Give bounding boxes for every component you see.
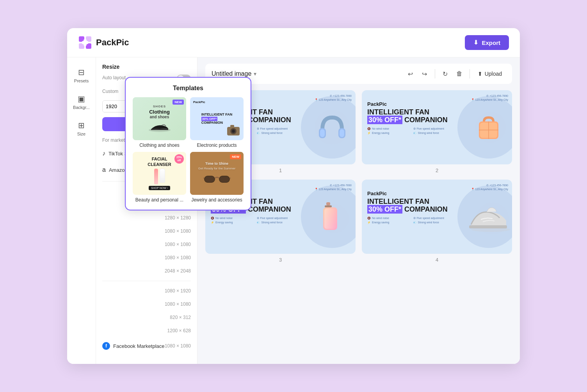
- card-features-4: 🔇No wind noise ⚙Five speed adjustment ⚡E…: [367, 217, 458, 224]
- toolbar-divider-1: [435, 69, 435, 78]
- app-name: PackPic: [96, 37, 129, 48]
- card-product-bag: [465, 104, 512, 151]
- undo-button[interactable]: ↩: [404, 68, 417, 80]
- export-button[interactable]: ⬇ Export: [465, 35, 509, 50]
- svg-rect-35: [469, 225, 507, 228]
- facebook-size: 1080 × 1080: [165, 343, 191, 349]
- card-phone-3: ✆ +123-456-7890📍 123 Anywhere St., Any C…: [315, 184, 352, 191]
- sidebar-item-background[interactable]: ▣ Backgr...: [69, 90, 94, 114]
- toolbar-actions: ↩ ↪ ↻ 🗑 ⬆ Upload: [404, 68, 506, 80]
- size-row-4: 1080 × 1080: [165, 242, 191, 247]
- presets-icon: ⊟: [78, 68, 85, 77]
- page-num-1: 1: [279, 167, 282, 173]
- app-container: PackPic ⬇ Export ⊟ Presets ▣ Backgr... ⊞…: [67, 28, 520, 364]
- chevron-down-icon[interactable]: ▾: [254, 71, 256, 77]
- sidebar-item-presets[interactable]: ⊟ Presets: [69, 64, 94, 87]
- page-num-2: 2: [436, 167, 438, 173]
- svg-point-10: [232, 130, 235, 132]
- size-bottom-3: 1200 × 628: [167, 328, 191, 333]
- facebook-icon: f: [102, 342, 110, 350]
- svg-rect-1: [86, 36, 91, 42]
- svg-rect-16: [205, 176, 214, 182]
- size-row-5: 1080 × 1080: [165, 255, 191, 260]
- svg-rect-5: [82, 41, 88, 44]
- template-label-beauty: Beauty and personal ...: [133, 197, 186, 203]
- toolbar-divider-2: [470, 69, 470, 78]
- svg-rect-22: [340, 129, 344, 137]
- template-beauty[interactable]: 25% off FACIAL CLEANSER: [133, 152, 186, 203]
- canvas-toolbar: Untitled image ▾ ↩ ↪ ↻ 🗑 ⬆ Upload: [205, 64, 512, 84]
- template-label-elec: Electronic products: [190, 143, 244, 148]
- svg-rect-29: [326, 202, 330, 205]
- canvas-card-2[interactable]: ✆ +123-456-7890📍 123 Anywhere St., Any C…: [362, 90, 512, 164]
- templates-panel: Templates NEW SHOES Clothing and shoes: [125, 77, 251, 210]
- canvas-card-4[interactable]: ✆ +123-456-7890📍 123 Anywhere St., Any C…: [362, 180, 512, 254]
- redo-button[interactable]: ↪: [418, 68, 431, 80]
- canvas-cell-2: ✆ +123-456-7890📍 123 Anywhere St., Any C…: [362, 90, 512, 173]
- template-thumb-elec: PackPic INTELLIGENT FAN 30% OFF* COMPANI…: [190, 97, 244, 140]
- size-bottom-2: 820 × 312: [170, 315, 191, 320]
- card-phone-1: ✆ +123-456-7890📍 123 Anywhere St., Any C…: [315, 94, 352, 102]
- refresh-button[interactable]: ↻: [439, 68, 452, 80]
- template-thumb-shoes: NEW SHOES Clothing and shoes: [133, 97, 186, 140]
- amazon-icon: a: [102, 166, 106, 173]
- size-bottom-0: 1080 × 1920: [165, 288, 191, 294]
- canvas-title: Untitled image: [212, 70, 251, 77]
- card-phone-4: ✆ +123-456-7890📍 123 Anywhere St., Any C…: [471, 184, 508, 191]
- delete-button[interactable]: 🗑: [453, 68, 466, 80]
- main-body: ⊟ Presets ▣ Backgr... ⊞ Size Resize Auto…: [67, 57, 520, 364]
- resize-title: Resize: [102, 64, 191, 70]
- canvas-title-row: Untitled image ▾: [212, 70, 256, 77]
- size-row-3: 1080 × 1080: [165, 228, 191, 234]
- platform-facebook[interactable]: f Facebook Marketplace 1080 × 1080: [102, 340, 191, 352]
- card-headline-4: INTELLIGENT FAN 30% OFF* COMPANION: [367, 198, 451, 214]
- sidebar-item-size[interactable]: ⊞ Size: [69, 117, 94, 140]
- template-electronics[interactable]: PackPic INTELLIGENT FAN 30% OFF* COMPANI…: [190, 97, 244, 148]
- upload-button[interactable]: ⬆ Upload: [474, 68, 506, 79]
- card-product-headphones: [309, 104, 356, 151]
- svg-point-18: [315, 110, 350, 145]
- divider-2: [102, 281, 191, 281]
- card-phone-2: ✆ +123-456-7890📍 123 Anywhere St., Any C…: [471, 94, 508, 102]
- card-features-2: 🔇No wind noise ⚙Five speed adjustment ⚡E…: [367, 127, 458, 135]
- size-row-2: 1280 × 1280: [165, 215, 191, 221]
- svg-rect-11: [230, 125, 234, 127]
- template-jewelry[interactable]: NEW Time to Shine Get Ready for the Summ…: [190, 152, 244, 203]
- canvas-cell-4: ✆ +123-456-7890📍 123 Anywhere St., Any C…: [362, 180, 512, 263]
- jewelry-new-badge: NEW: [230, 154, 241, 159]
- card-product-sneaker: [465, 193, 512, 240]
- logo: PackPic: [78, 36, 129, 50]
- template-thumb-beauty: 25% off FACIAL CLEANSER: [133, 152, 186, 195]
- template-new-badge: NEW: [173, 100, 184, 105]
- svg-rect-32: [324, 208, 336, 229]
- facebook-name: Facebook Marketplace: [113, 343, 165, 349]
- template-label-shoes: Clothing and shoes: [133, 143, 186, 148]
- svg-rect-21: [320, 129, 325, 137]
- upload-icon: ⬆: [478, 71, 482, 77]
- template-clothing-shoes[interactable]: NEW SHOES Clothing and shoes: [133, 97, 186, 148]
- svg-rect-0: [79, 36, 84, 42]
- card-features-3: 🔇No wind noise ⚙Five speed adjustment ⚡E…: [211, 217, 301, 224]
- resize-panel: Resize Auto layout Custom W H Done For m…: [96, 57, 197, 364]
- templates-title: Templates: [133, 85, 244, 92]
- size-icon: ⊞: [78, 121, 85, 130]
- template-thumb-jewelry: NEW Time to Shine Get Ready for the Summ…: [190, 152, 244, 195]
- card-product-perfume: [309, 193, 356, 240]
- size-bottom-1: 1080 × 1080: [165, 301, 191, 307]
- page-num-3: 3: [279, 257, 282, 263]
- template-label-jewelry: Jewelry and accessories: [190, 197, 244, 203]
- svg-rect-3: [86, 43, 91, 49]
- tiktok-icon: ♪: [102, 150, 105, 157]
- card-headline-2: INTELLIGENT FAN 30% OFF* COMPANION: [367, 109, 451, 124]
- templates-grid: NEW SHOES Clothing and shoes: [133, 97, 244, 203]
- header: PackPic ⬇ Export: [67, 28, 520, 57]
- download-icon: ⬇: [473, 39, 478, 46]
- size-row-6: 2048 × 2048: [165, 268, 191, 274]
- logo-icon: [78, 36, 92, 50]
- svg-rect-30: [325, 205, 332, 207]
- svg-rect-17: [220, 176, 229, 182]
- page-num-4: 4: [436, 257, 438, 263]
- beauty-badge: 25% off: [174, 154, 184, 164]
- sidebar: ⊟ Presets ▣ Backgr... ⊞ Size: [67, 57, 96, 364]
- background-icon: ▣: [78, 94, 85, 103]
